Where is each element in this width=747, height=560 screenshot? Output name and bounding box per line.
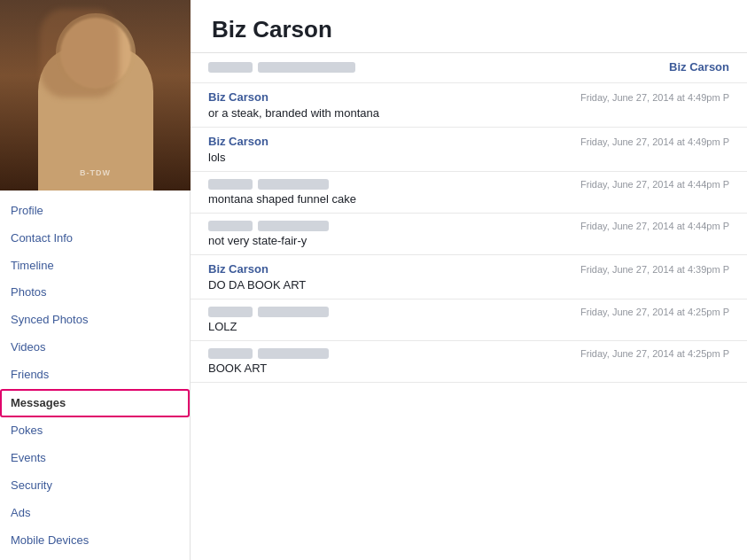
sidebar-link-videos[interactable]: Videos <box>0 334 190 362</box>
sidebar-item-events[interactable]: Events <box>0 445 190 472</box>
message-body: not very state-fair-y <box>208 233 729 247</box>
sidebar: B-TDW ProfileContact InfoTimelinePhotosS… <box>0 0 191 560</box>
message-body: DO DA BOOK ART <box>208 277 729 292</box>
sender-name: Biz Carson <box>208 90 268 104</box>
sidebar-link-places-created[interactable]: Places Created <box>0 554 190 560</box>
anon-bar <box>208 348 253 359</box>
message-body: montana shaped funnel cake <box>208 191 729 206</box>
sender-anon <box>208 348 329 359</box>
anon-bar <box>258 62 355 73</box>
sidebar-link-profile[interactable]: Profile <box>0 198 190 225</box>
sidebar-item-videos[interactable]: Videos <box>0 334 190 362</box>
sidebar-link-ads[interactable]: Ads <box>0 500 190 527</box>
profile-header: Biz Carson <box>191 0 747 53</box>
message-thread: Friday, June 27, 2014 at 4:44pm Pnot ver… <box>191 214 747 255</box>
main-content: Biz Carson Biz CarsonBiz CarsonFriday, J… <box>191 0 747 560</box>
message-sender-row: Friday, June 27, 2014 at 4:44pm P <box>208 179 729 190</box>
anon-bar <box>208 179 253 190</box>
message-body: LOLZ <box>208 319 729 333</box>
message-thread: Friday, June 27, 2014 at 4:44pm Pmontana… <box>191 172 747 214</box>
message-thread: Biz CarsonFriday, June 27, 2014 at 4:49p… <box>191 128 747 172</box>
sender-anon <box>208 179 329 190</box>
sidebar-item-profile[interactable]: Profile <box>0 198 190 225</box>
message-top-row: Biz Carson <box>208 60 729 74</box>
message-timestamp: Friday, June 27, 2014 at 4:39pm P <box>580 264 729 275</box>
profile-name: Biz Carson <box>212 16 726 43</box>
sidebar-link-events[interactable]: Events <box>0 445 190 472</box>
message-sender-row: Biz CarsonFriday, June 27, 2014 at 4:39p… <box>208 262 729 276</box>
message-timestamp: Friday, June 27, 2014 at 4:44pm P <box>580 179 729 190</box>
anon-bar <box>208 307 253 317</box>
message-sender-row: Biz CarsonFriday, June 27, 2014 at 4:49p… <box>208 135 729 148</box>
sidebar-link-pokes[interactable]: Pokes <box>0 417 190 445</box>
sidebar-link-security[interactable]: Security <box>0 472 190 500</box>
message-thread: Biz CarsonFriday, June 27, 2014 at 4:39p… <box>191 255 747 299</box>
message-body: lols <box>208 150 729 164</box>
message-sender-row: Friday, June 27, 2014 at 4:44pm P <box>208 221 729 231</box>
sidebar-link-mobile-devices[interactable]: Mobile Devices <box>0 527 190 555</box>
sidebar-item-ads[interactable]: Ads <box>0 500 190 527</box>
message-sender-row: Biz CarsonFriday, June 27, 2014 at 4:49p… <box>208 90 729 104</box>
messages-area[interactable]: Biz CarsonBiz CarsonFriday, June 27, 201… <box>191 53 747 560</box>
sender-name-right: Biz Carson <box>669 60 729 74</box>
sidebar-item-pokes[interactable]: Pokes <box>0 417 190 445</box>
sidebar-item-synced-photos[interactable]: Synced Photos <box>0 307 190 334</box>
anon-bar <box>258 221 329 231</box>
anon-bar <box>258 307 329 317</box>
message-timestamp: Friday, June 27, 2014 at 4:25pm P <box>580 348 729 359</box>
sidebar-item-places-created[interactable]: Places Created <box>0 554 190 560</box>
message-thread: Friday, June 27, 2014 at 4:25pm PBOOK AR… <box>191 341 747 383</box>
message-timestamp: Friday, June 27, 2014 at 4:49pm P <box>580 92 729 103</box>
sidebar-link-photos[interactable]: Photos <box>0 279 190 307</box>
sidebar-item-messages[interactable]: Messages <box>0 389 190 418</box>
message-body: or a steak, branded with montana <box>208 105 729 120</box>
sender-anon <box>208 307 329 317</box>
sidebar-item-security[interactable]: Security <box>0 472 190 500</box>
sidebar-link-messages[interactable]: Messages <box>0 389 190 418</box>
message-thread: Biz CarsonFriday, June 27, 2014 at 4:49p… <box>191 83 747 128</box>
app-layout: B-TDW ProfileContact InfoTimelinePhotosS… <box>0 0 747 560</box>
sidebar-item-contact-info[interactable]: Contact Info <box>0 225 190 253</box>
anon-bar <box>258 179 329 190</box>
anon-bar <box>208 221 253 231</box>
sender-name: Biz Carson <box>208 262 268 276</box>
sidebar-link-contact-info[interactable]: Contact Info <box>0 225 190 253</box>
sidebar-item-photos[interactable]: Photos <box>0 279 190 307</box>
message-sender-row: Friday, June 27, 2014 at 4:25pm P <box>208 307 729 317</box>
sender-name: Biz Carson <box>208 135 268 148</box>
anon-bar <box>208 62 253 73</box>
sender-anon <box>208 221 329 231</box>
message-timestamp: Friday, June 27, 2014 at 4:49pm P <box>580 136 729 147</box>
message-thread: Friday, June 27, 2014 at 4:25pm PLOLZ <box>191 299 747 341</box>
sidebar-item-friends[interactable]: Friends <box>0 362 190 389</box>
profile-photo: B-TDW <box>0 0 191 191</box>
sidebar-item-mobile-devices[interactable]: Mobile Devices <box>0 527 190 555</box>
sidebar-link-synced-photos[interactable]: Synced Photos <box>0 307 190 334</box>
message-timestamp: Friday, June 27, 2014 at 4:25pm P <box>580 307 729 317</box>
sidebar-item-timeline[interactable]: Timeline <box>0 253 190 280</box>
message-body: BOOK ART <box>208 361 729 375</box>
sidebar-link-friends[interactable]: Friends <box>0 362 190 389</box>
sender-anon-top <box>208 62 355 73</box>
anon-bar <box>258 348 329 359</box>
message-sender-row: Friday, June 27, 2014 at 4:25pm P <box>208 348 729 359</box>
sidebar-nav: ProfileContact InfoTimelinePhotosSynced … <box>0 191 190 560</box>
message-timestamp: Friday, June 27, 2014 at 4:44pm P <box>580 221 729 231</box>
sidebar-link-timeline[interactable]: Timeline <box>0 253 190 280</box>
message-thread: Biz Carson <box>191 53 747 83</box>
